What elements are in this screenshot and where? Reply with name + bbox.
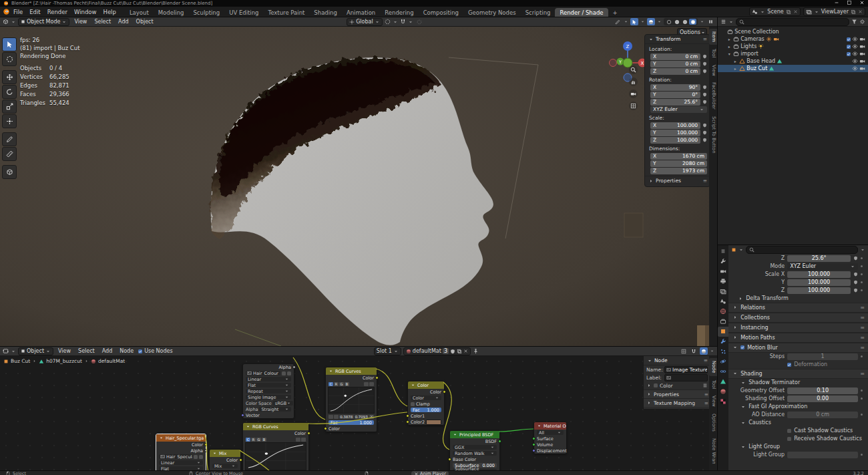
shader-tab-view[interactable]: View — [709, 393, 717, 410]
hide-viewport-icon[interactable] — [852, 58, 858, 64]
workspace-tab-scripting[interactable]: Scripting — [521, 8, 556, 17]
animate-dot[interactable] — [861, 281, 863, 283]
props-tab-9-dots[interactable] — [718, 347, 728, 357]
outliner-row-buz-cut[interactable]: ▸Buz Cut — [718, 65, 868, 72]
viewport-menu-add[interactable]: Add — [116, 19, 132, 25]
field-scale-z[interactable]: Z100.000 — [650, 137, 700, 144]
node-name-field[interactable]: Image Texture.0.. — [664, 366, 708, 373]
panel-header-motion-paths[interactable]: Motion Paths≡ — [728, 333, 868, 343]
slot-dropdown[interactable]: Slot 1 — [374, 347, 401, 355]
nav-pan[interactable] — [629, 77, 638, 86]
field-dimensions-x[interactable]: X1670 cm — [650, 153, 707, 160]
3d-viewport[interactable]: Object ModeViewSelectAddObjectGlobal — [0, 17, 717, 346]
props-tab-3-photos[interactable] — [718, 287, 728, 297]
shading-solid-icon[interactable] — [673, 19, 680, 25]
gizmo-neg-x-axis[interactable] — [610, 59, 617, 67]
field-location-z[interactable]: Z0 cm — [650, 68, 700, 75]
unlink-material-icon[interactable] — [463, 349, 468, 353]
tool-move[interactable] — [2, 70, 17, 84]
workspace-tab-animation[interactable]: Animation — [342, 8, 380, 17]
expander-icon[interactable]: ▸ — [732, 66, 738, 71]
filter-chevron-icon[interactable] — [860, 247, 865, 253]
animate-dot[interactable] — [861, 355, 863, 357]
tool-cursor[interactable] — [2, 52, 17, 66]
subpanel-header-fast-gi-approximation[interactable]: Fast GI Approximation — [728, 403, 868, 411]
tool-add-cube[interactable] — [2, 165, 17, 179]
nav-zoom[interactable] — [629, 65, 638, 74]
new-viewlayer-icon[interactable] — [851, 9, 856, 15]
field-rotation-y[interactable]: Y0° — [650, 92, 700, 98]
workspace-tab-texture-paint[interactable]: Texture Paint — [264, 8, 310, 17]
tool-transform[interactable] — [2, 114, 17, 128]
close-button[interactable] — [859, 0, 865, 7]
hide-viewport-icon[interactable] — [852, 36, 858, 42]
props-tab-0-wrench[interactable] — [718, 257, 728, 267]
shading-material-preview-icon[interactable] — [681, 19, 688, 25]
prop-field[interactable]: 100.000 — [787, 279, 851, 286]
props-tab-8-wrench[interactable] — [718, 337, 728, 347]
vp-tab-view[interactable]: View — [709, 62, 717, 79]
lock-icon[interactable] — [702, 69, 707, 73]
pin-icon[interactable] — [473, 348, 479, 354]
material-users-count[interactable]: 3 — [443, 348, 449, 354]
viewport-toggle-0-icon[interactable] — [614, 18, 622, 25]
node-color-row[interactable]: Color — [644, 381, 710, 389]
scene-selector[interactable]: Scene — [749, 7, 800, 16]
animate-dot[interactable] — [861, 398, 863, 400]
field-location-y[interactable]: Y0 cm — [650, 61, 700, 67]
panel-checkbox[interactable] — [740, 345, 744, 349]
shading-wireframe-icon[interactable] — [665, 19, 672, 25]
navigation-gizmo[interactable]: ZXY — [609, 37, 646, 86]
menu-render[interactable]: Render — [44, 9, 71, 15]
pivot-point-icon[interactable] — [385, 19, 391, 25]
checkbox[interactable] — [787, 437, 791, 441]
props-tab-7-objsq[interactable] — [718, 327, 728, 337]
proportional-editing-icon[interactable] — [415, 18, 423, 25]
workspace-tab-compositing[interactable]: Compositing — [419, 8, 463, 17]
rotation-mode-dropdown[interactable]: XYZ Euler — [650, 106, 707, 113]
color-enable-checkbox[interactable] — [654, 383, 658, 387]
field-location-x[interactable]: X0 cm — [650, 53, 700, 60]
props-tab-2-printer[interactable] — [718, 277, 728, 287]
workspace-tab-uv-editing[interactable]: UV Editing — [224, 8, 263, 17]
workspace-tab-layout[interactable]: Layout — [125, 8, 154, 17]
lock-icon[interactable] — [702, 100, 707, 104]
animate-dot[interactable] — [861, 265, 863, 267]
npanel-header[interactable]: Transform≡ — [645, 35, 710, 44]
tool-measure[interactable] — [2, 147, 17, 161]
node-subpanel-texture-mapping[interactable]: Texture Mapping≡ — [644, 398, 710, 407]
viewport-menu-object[interactable]: Object — [134, 19, 156, 25]
shader-toggle-1-icon[interactable] — [690, 347, 698, 355]
animate-dot[interactable] — [861, 257, 863, 259]
prop-field[interactable]: 0.00 — [787, 395, 858, 402]
shading-rendered-icon[interactable] — [689, 19, 696, 25]
expander-icon[interactable]: ▸ — [732, 59, 738, 63]
shader-tab-tool[interactable]: Tool — [709, 377, 717, 392]
viewlayer-selector[interactable]: ViewLayer — [803, 7, 865, 16]
app-menu-icon[interactable] — [3, 8, 10, 15]
prop-checkbox-deformation[interactable]: Deformation — [728, 361, 868, 369]
vp-tab-script-to-button[interactable]: Script To Button — [709, 114, 717, 156]
include-checkbox[interactable] — [847, 45, 851, 49]
checkbox[interactable] — [138, 349, 142, 353]
outliner-row-import[interactable]: ▾import — [718, 50, 868, 57]
viewport-toggle-1-icon[interactable] — [630, 18, 638, 25]
animate-dot[interactable] — [861, 454, 863, 456]
animate-dot[interactable] — [861, 289, 863, 291]
prop-field[interactable] — [787, 452, 858, 458]
field-rotation-x[interactable]: X90° — [650, 84, 700, 91]
breadcrumb-item[interactable]: defaultMat — [98, 358, 125, 364]
shader-tab-script-to-bu[interactable]: Script To Bu — [709, 468, 717, 470]
workspace-tab-shading[interactable]: Shading — [309, 8, 342, 17]
shader-menu-view[interactable]: View — [55, 348, 73, 354]
lock-icon[interactable] — [702, 61, 707, 66]
lock-icon[interactable] — [853, 288, 858, 293]
expander-icon[interactable]: ▸ — [726, 44, 732, 49]
lock-icon[interactable] — [702, 123, 707, 128]
hide-viewport-icon[interactable] — [852, 65, 858, 71]
outliner-row-base-head[interactable]: ▸Base Head — [718, 57, 868, 65]
prop-field[interactable]: 0.10 — [787, 387, 858, 394]
include-checkbox[interactable] — [847, 37, 851, 41]
outliner-row-scene-collection[interactable]: Scene Collection — [718, 28, 868, 35]
viewport-menu-select[interactable]: Select — [91, 19, 114, 25]
